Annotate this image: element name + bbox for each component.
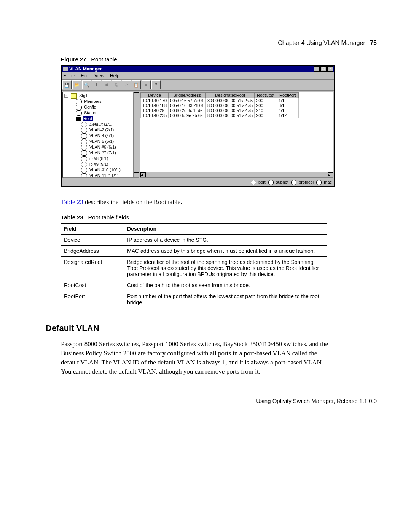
desc-field: BridgeAddress: [61, 246, 124, 257]
table-cell: 1/1: [277, 98, 298, 103]
status-bar: port subnet protocol mac: [62, 179, 334, 186]
tree-node-icon: [76, 110, 82, 116]
tree-node-icon: [81, 133, 87, 139]
menu-help[interactable]: Help: [110, 73, 119, 78]
table-cell: 00:e0:16:57:7e:01: [169, 98, 206, 103]
toolbar-copy-icon[interactable]: ⎘: [112, 80, 121, 89]
toolbar-add-icon[interactable]: ✚: [92, 80, 101, 89]
figure-caption: Figure 27 Root table: [61, 56, 377, 62]
tree-item[interactable]: VLAN #6 (6/1): [64, 144, 139, 150]
toolbar-undo-icon[interactable]: ↶: [122, 80, 131, 89]
page-number: 75: [370, 40, 377, 46]
desc-text: Bridge identifier of the root of the spa…: [124, 257, 327, 280]
tree-node-icon: [76, 105, 82, 110]
figure-title: Root table: [91, 56, 117, 62]
mac-legend-icon: [316, 180, 322, 185]
tree-node-icon: [81, 173, 87, 178]
page-footer: Using Optivity Switch Manager, Release 1…: [34, 395, 377, 404]
col-header[interactable]: RootCost: [255, 93, 277, 98]
menu-file[interactable]: File: [63, 73, 75, 78]
tree-item[interactable]: VLAN-5 (5/1): [64, 139, 139, 144]
title-bar[interactable]: VLAN Manager _ □ ×: [62, 66, 334, 72]
table-link[interactable]: Table 23: [61, 198, 83, 206]
tree-item[interactable]: VLAN #10 (10/1): [64, 167, 139, 173]
scroll-right-icon[interactable]: ▸: [328, 172, 333, 177]
tree-node-icon: [76, 117, 81, 121]
table-cell: 10.10.40.235: [141, 113, 169, 118]
table-cell: 1/12: [277, 113, 298, 118]
menu-bar: File Edit View Help: [62, 72, 334, 80]
tree-node-icon: [81, 145, 87, 150]
table-row[interactable]: 10.10.40.2900:80:2d:8c:1f:de80:00:00:00:…: [141, 108, 299, 113]
table-cell: 4/1: [277, 108, 298, 113]
table-row[interactable]: 10.10.40.17000:e0:16:57:7e:0180:00:00:00…: [141, 98, 299, 103]
chapter-text: Chapter 4 Using VLAN Manager: [278, 40, 365, 46]
toolbar-zoom-icon[interactable]: 🔍: [82, 80, 91, 89]
port-legend-icon: [251, 180, 256, 185]
tree-item[interactable]: Status: [64, 110, 139, 116]
scroll-left-icon[interactable]: ◂: [140, 172, 146, 177]
tree-root[interactable]: −Stg1: [64, 93, 139, 99]
menu-edit[interactable]: Edit: [81, 73, 89, 78]
toolbar-help-icon[interactable]: ?: [151, 80, 161, 89]
tree-node-icon: [81, 139, 87, 144]
table-h-scrollbar[interactable]: ◂ ▸: [140, 172, 333, 177]
menu-view[interactable]: View: [94, 73, 104, 78]
tree-item[interactable]: Default (1/1): [64, 121, 139, 127]
tree-item[interactable]: ip #9 (9/1): [64, 161, 139, 167]
folder-icon: [71, 93, 77, 99]
toolbar-delete-icon[interactable]: ✖: [102, 80, 111, 89]
toolbar-save-icon[interactable]: 💾: [62, 80, 72, 89]
tree-item[interactable]: Config: [64, 104, 139, 110]
tree-node-icon: [81, 150, 87, 156]
tree-scrollbar[interactable]: [133, 92, 139, 177]
desc-field: RootPort: [61, 291, 124, 308]
tree-item[interactable]: ip #8 (8/1): [64, 156, 139, 161]
maximize-button[interactable]: □: [320, 66, 327, 72]
legend-protocol: protocol: [299, 180, 314, 184]
table-caption: Table 23 Root table fields: [61, 214, 377, 220]
desc-text: MAC address used by this bridge when it …: [124, 246, 327, 257]
minimize-button[interactable]: _: [314, 66, 320, 72]
desc-field: Device: [61, 235, 124, 246]
tree-item[interactable]: VLAN-11 (11/1): [64, 173, 139, 178]
desc-row: BridgeAddressMAC address used by this br…: [61, 246, 327, 257]
tree-node-icon: [81, 162, 87, 167]
table-cell: 10.10.40.170: [141, 98, 169, 103]
expander-icon[interactable]: −: [64, 94, 68, 98]
toolbar: 💾 📂 🔍 ✚ ✖ ⎘ ↶ 📋 ■ ?: [62, 80, 334, 91]
table-row[interactable]: 10.10.40.16800:e0:16:83:26:0180:00:00:00…: [141, 103, 299, 108]
col-header[interactable]: DesignatedRoot: [206, 93, 254, 98]
tree-item[interactable]: Root: [64, 116, 139, 121]
toolbar-stop-icon[interactable]: ■: [142, 80, 151, 89]
subnet-legend-icon: [268, 180, 274, 185]
tree-item[interactable]: VLAN-4 (4/1): [64, 133, 139, 139]
legend-port: port: [258, 180, 266, 184]
col-header[interactable]: Device: [141, 93, 169, 98]
col-header[interactable]: BridgeAddress: [169, 93, 206, 98]
table-row[interactable]: 10.10.40.23500:60:fd:9e:2b:6a80:00:00:00…: [141, 113, 299, 118]
table-cell: 10.10.40.29: [141, 108, 169, 113]
table-cell: 10.10.40.168: [141, 103, 169, 108]
close-button[interactable]: ×: [327, 66, 333, 72]
table-cell: 00:e0:16:83:26:01: [169, 103, 206, 108]
table-cell: 200: [255, 98, 277, 103]
col-desc: Description: [124, 223, 327, 235]
table-cell: 80:00:00:00:00:a1:a2:a5: [206, 113, 254, 118]
table-intro-text: Table 23 describes the fields on the Roo…: [61, 198, 327, 206]
table-cell: 00:60:fd:9e:2b:6a: [169, 113, 206, 118]
tree-item[interactable]: VLAN #7 (7/1): [64, 150, 139, 156]
legend-subnet: subnet: [276, 180, 288, 184]
root-table-fields: Field Description DeviceIP address of a …: [61, 223, 327, 308]
col-header[interactable]: RootPort: [277, 93, 298, 98]
toolbar-open-icon[interactable]: 📂: [72, 80, 81, 89]
tree-item[interactable]: Members: [64, 99, 139, 104]
desc-row: RootCostCost of the path to the root as …: [61, 280, 327, 291]
desc-row: DesignatedRootBridge identifier of the r…: [61, 257, 327, 280]
tree-node-icon: [81, 156, 87, 161]
tree-node-icon: [76, 99, 82, 104]
table-pane[interactable]: DeviceBridgeAddressDesignatedRootRootCos…: [140, 92, 333, 178]
tree-pane[interactable]: −Stg1MembersConfigStatusRootDefault (1/1…: [62, 92, 139, 178]
tree-item[interactable]: VLAN-2 (2/1): [64, 127, 139, 133]
toolbar-paste-icon[interactable]: 📋: [132, 80, 141, 89]
